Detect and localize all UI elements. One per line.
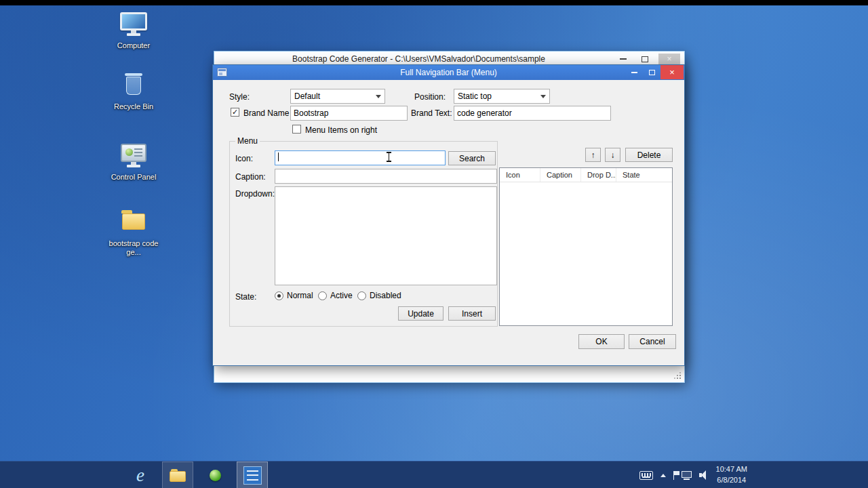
brand-name-checkbox[interactable]: ✓: [231, 108, 239, 117]
desktop-icon-label: Recycle Bin: [107, 102, 160, 111]
maximize-icon: [649, 70, 655, 75]
close-icon: ×: [667, 55, 671, 63]
computer-icon: [118, 12, 149, 39]
icon-input[interactable]: [275, 150, 446, 165]
desktop-icon-label: Computer: [107, 41, 160, 50]
recycle-bin-icon: [118, 73, 149, 100]
state-label: State:: [235, 292, 256, 302]
clock-time: 10:47 AM: [716, 464, 747, 475]
delete-button[interactable]: Delete: [625, 148, 673, 162]
brand-name-input[interactable]: [290, 106, 408, 121]
caption-label: Caption:: [235, 172, 266, 182]
dialog-maximize-button[interactable]: [643, 65, 660, 79]
resize-grip[interactable]: [673, 371, 681, 379]
radio-icon: [357, 291, 366, 300]
listview-header: Icon Caption Drop D... State: [500, 168, 672, 182]
file-explorer-icon: [170, 469, 186, 482]
menu-groupbox: Menu Icon: Search Caption: Dropdown: Sta…: [229, 141, 498, 327]
dropdown-label: Dropdown:: [235, 189, 275, 199]
column-header-caption[interactable]: Caption: [540, 168, 581, 182]
show-hidden-icons-icon[interactable]: [660, 474, 666, 477]
position-dropdown-value: Static top: [458, 92, 492, 101]
menu-items-right-checkbox[interactable]: [292, 125, 301, 134]
style-dropdown[interactable]: Default: [290, 89, 385, 104]
column-header-dropdown[interactable]: Drop D...: [581, 168, 616, 182]
taskbar-bootstrap-code-generator[interactable]: [237, 462, 268, 488]
volume-icon[interactable]: [699, 470, 709, 480]
mouse-cursor: [386, 152, 392, 162]
taskbar-clock[interactable]: 10:47 AM 6/8/2014: [716, 464, 747, 486]
maximize-icon: [642, 56, 648, 62]
main-minimize-button[interactable]: [615, 54, 631, 64]
brand-name-label: Brand Name: [243, 108, 289, 118]
caption-input[interactable]: [275, 169, 497, 184]
search-button[interactable]: Search: [448, 151, 496, 165]
brand-text-label: Brand Text:: [411, 108, 452, 118]
column-header-icon[interactable]: Icon: [500, 168, 540, 182]
dialog-titlebar[interactable]: Full Navigation Bar (Menu) ×: [213, 65, 684, 80]
minimize-icon: [631, 72, 637, 73]
menu-items-right-label: Menu Items on right: [305, 125, 377, 135]
state-radio-normal[interactable]: Normal: [275, 291, 313, 300]
dialog-close-button[interactable]: ×: [660, 65, 684, 79]
text-caret: [278, 152, 279, 161]
menu-group-label: Menu: [235, 136, 260, 146]
dialog-minimize-button[interactable]: [625, 65, 643, 79]
desktop-icon-recycle-bin[interactable]: Recycle Bin: [107, 73, 160, 111]
main-maximize-button[interactable]: [637, 54, 653, 64]
taskbar-green-app[interactable]: [199, 462, 231, 488]
dropdown-textarea[interactable]: [275, 186, 497, 285]
taskbar: e 10:47 AM 6/8/2014: [0, 461, 868, 488]
move-up-button[interactable]: ↑: [585, 148, 601, 162]
green-app-icon: [210, 470, 221, 481]
desktop-icon-control-panel[interactable]: Control Panel: [107, 144, 160, 182]
touch-keyboard-icon[interactable]: [639, 471, 653, 480]
taskbar-file-explorer[interactable]: [162, 462, 193, 488]
style-dropdown-value: Default: [294, 92, 320, 101]
style-label: Style:: [229, 92, 250, 102]
dialog-title: Full Navigation Bar (Menu): [213, 68, 684, 77]
network-icon[interactable]: [682, 471, 692, 480]
move-down-button[interactable]: ↓: [605, 148, 620, 162]
full-navigation-bar-dialog: Full Navigation Bar (Menu) × Style: Defa…: [212, 64, 685, 366]
update-button[interactable]: Update: [398, 306, 443, 321]
clock-date: 6/8/2014: [716, 475, 747, 486]
position-label: Position:: [414, 92, 446, 102]
desktop-icon-label: bootstrap code ge...: [107, 239, 160, 257]
state-radio-active[interactable]: Active: [318, 291, 353, 300]
folder-icon: [118, 210, 149, 237]
column-header-state[interactable]: State: [616, 168, 672, 182]
action-center-flag-icon[interactable]: [673, 471, 674, 480]
radio-icon: [318, 291, 327, 300]
radio-label: Active: [330, 291, 353, 300]
control-panel-icon: [118, 144, 149, 171]
chevron-down-icon: [540, 95, 546, 98]
chevron-down-icon: [376, 95, 381, 98]
insert-button[interactable]: Insert: [448, 306, 496, 321]
close-icon: ×: [669, 68, 675, 77]
ok-button[interactable]: OK: [578, 334, 625, 349]
system-tray: 10:47 AM 6/8/2014: [639, 462, 747, 488]
icon-label: Icon:: [235, 154, 253, 163]
cancel-button[interactable]: Cancel: [629, 334, 676, 349]
desktop: Computer Recycle Bin Control Panel boots…: [0, 5, 868, 461]
main-close-button[interactable]: ×: [658, 54, 680, 64]
check-icon: ✓: [232, 108, 238, 116]
position-dropdown[interactable]: Static top: [454, 89, 550, 104]
menu-items-listview[interactable]: Icon Caption Drop D... State: [499, 167, 673, 326]
main-window-title: Bootstrap Code Generator - C:\Users\VMSa…: [214, 54, 623, 64]
brand-text-input[interactable]: [454, 106, 611, 121]
internet-explorer-icon: e: [136, 466, 144, 485]
desktop-icon-computer[interactable]: Computer: [107, 12, 160, 50]
radio-icon: [275, 291, 283, 300]
minimize-icon: [620, 58, 627, 60]
radio-label: Disabled: [370, 291, 401, 300]
radio-label: Normal: [287, 291, 313, 300]
desktop-icon-bootstrap-folder[interactable]: bootstrap code ge...: [107, 210, 160, 257]
taskbar-internet-explorer[interactable]: e: [125, 462, 156, 488]
bootstrap-code-generator-icon: [243, 466, 262, 485]
desktop-icon-label: Control Panel: [107, 173, 160, 182]
state-radio-disabled[interactable]: Disabled: [357, 291, 401, 300]
